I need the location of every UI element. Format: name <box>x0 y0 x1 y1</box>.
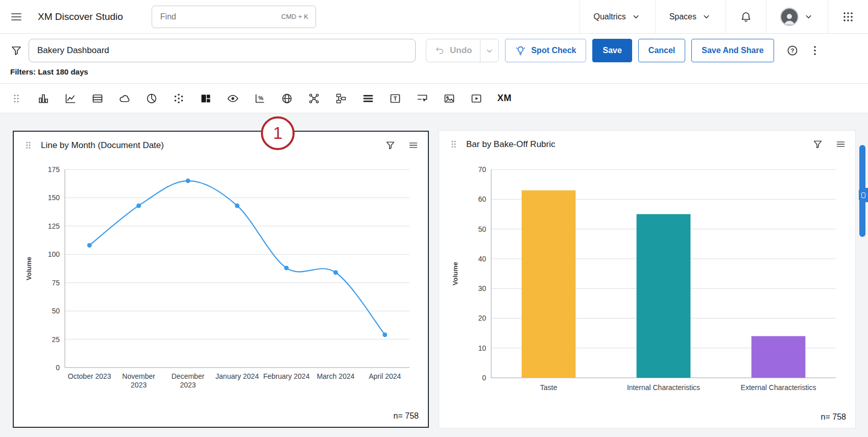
hamburger-menu-icon[interactable] <box>10 11 22 23</box>
svg-text:25: 25 <box>52 335 60 343</box>
spaces-menu[interactable]: Spaces <box>655 0 726 33</box>
svg-text:60: 60 <box>478 195 486 203</box>
scatter-widget-icon[interactable] <box>173 92 185 105</box>
svg-text:October 2023: October 2023 <box>68 372 111 380</box>
bar-chart-area: 010203040506070VolumeTasteInternal Chara… <box>439 151 855 412</box>
svg-text:November2023: November2023 <box>122 372 155 389</box>
hierarchy-widget-icon[interactable] <box>335 92 347 105</box>
metric-widget-icon[interactable]: % <box>254 92 266 105</box>
svg-text:30: 30 <box>478 284 486 293</box>
svg-text:Volume: Volume <box>451 262 459 285</box>
widget-filter-icon[interactable] <box>385 140 396 151</box>
xm-widget-icon[interactable]: XM <box>497 93 512 104</box>
spot-check-label: Spot Check <box>531 46 576 55</box>
widget-toolbar: % T XM <box>0 84 868 113</box>
video-widget-icon[interactable] <box>470 92 483 105</box>
heatmap-widget-icon[interactable] <box>200 92 212 105</box>
kebab-menu-icon[interactable] <box>809 44 821 57</box>
qualtrics-menu-label: Qualtrics <box>594 12 626 21</box>
svg-text:Internal Characteristics: Internal Characteristics <box>627 383 700 392</box>
spaces-menu-label: Spaces <box>669 12 696 21</box>
line-widget-icon[interactable] <box>64 92 77 105</box>
svg-text:20: 20 <box>478 314 486 322</box>
chevron-down-icon <box>631 11 641 22</box>
global-search[interactable]: CMD + K <box>152 6 316 28</box>
notifications-button[interactable] <box>726 0 766 33</box>
help-icon[interactable]: ? <box>786 44 799 57</box>
svg-text:10: 10 <box>478 344 486 352</box>
svg-text:70: 70 <box>478 165 486 174</box>
undo-icon <box>435 45 445 56</box>
svg-text:50: 50 <box>52 307 60 315</box>
save-button-label: Save <box>602 46 621 55</box>
bar-widget[interactable]: Bar by Bake-Off Rubric 010203040506070Vo… <box>439 131 855 428</box>
bar-widget-icon[interactable] <box>37 92 50 105</box>
table-widget-icon[interactable] <box>91 92 104 105</box>
svg-text:External Characteristics: External Characteristics <box>741 383 816 392</box>
app-switcher-button[interactable] <box>828 0 868 33</box>
svg-text:?: ? <box>790 47 794 54</box>
undo-history-dropdown[interactable] <box>480 39 498 62</box>
network-widget-icon[interactable] <box>308 92 320 105</box>
svg-text:175: 175 <box>48 165 60 174</box>
spot-check-button[interactable]: Spot Check <box>505 39 586 62</box>
sample-size-label: n= 758 <box>439 412 855 428</box>
widget-menu-icon[interactable] <box>835 139 846 150</box>
widget-drag-handle-icon[interactable] <box>23 140 34 151</box>
search-shortcut-hint: CMD + K <box>281 13 308 20</box>
bar-chart-svg: 010203040506070VolumeTasteInternal Chara… <box>449 159 845 404</box>
scrollbar-tab[interactable] <box>859 188 868 202</box>
svg-text:April 2024: April 2024 <box>369 372 401 380</box>
widget-filter-icon[interactable] <box>812 139 823 150</box>
widget-menu-icon[interactable] <box>408 140 419 151</box>
svg-text:100: 100 <box>48 250 60 258</box>
cancel-button[interactable]: Cancel <box>638 39 685 62</box>
line-widget[interactable]: Line by Month (Document Date) 0255075100… <box>13 131 429 428</box>
person-icon <box>782 12 797 25</box>
search-input[interactable] <box>159 12 281 22</box>
preview-eye-widget-icon[interactable] <box>227 92 239 105</box>
lightbulb-icon <box>515 45 526 56</box>
svg-text:February 2024: February 2024 <box>263 372 309 380</box>
widget-title: Bar by Bake-Off Rubric <box>466 139 555 150</box>
svg-text:0: 0 <box>56 363 60 372</box>
chevron-down-icon <box>484 45 495 56</box>
undo-button[interactable]: Undo <box>426 39 480 62</box>
svg-text:Taste: Taste <box>540 383 558 392</box>
svg-text:Volume: Volume <box>25 257 33 280</box>
svg-text:0: 0 <box>482 374 486 382</box>
image-widget-icon[interactable] <box>443 92 455 105</box>
widget-actions <box>812 139 846 150</box>
chevron-down-icon <box>803 11 814 22</box>
cloud-widget-icon[interactable] <box>118 92 131 105</box>
header-right-group: Qualtrics Spaces <box>580 0 868 33</box>
save-and-share-label: Save And Share <box>702 46 763 55</box>
app-title: XM Discover Studio <box>38 11 123 22</box>
dashboard-canvas: Line by Month (Document Date) 0255075100… <box>0 113 868 428</box>
dashboard-title-input[interactable] <box>29 39 416 62</box>
selector-widget-icon[interactable] <box>416 92 428 105</box>
widget-drag-handle-icon[interactable] <box>448 139 459 150</box>
top-header: XM Discover Studio CMD + K Qualtrics Spa… <box>0 0 868 34</box>
widget-title: Line by Month (Document Date) <box>41 140 164 151</box>
waffle-grid-icon <box>842 11 854 23</box>
queue-widget-icon[interactable] <box>362 92 374 105</box>
toolbar-tail-icons: ? <box>786 44 821 57</box>
text-widget-icon[interactable]: T <box>389 92 401 105</box>
save-button[interactable]: Save <box>592 39 632 62</box>
undo-button-label: Undo <box>450 45 472 56</box>
svg-text:December2023: December2023 <box>172 372 205 389</box>
svg-text:40: 40 <box>478 254 486 262</box>
toolbar-drag-handle-icon[interactable] <box>10 92 22 105</box>
save-and-share-button[interactable]: Save And Share <box>691 39 774 62</box>
map-widget-icon[interactable] <box>281 92 293 105</box>
svg-text:T: T <box>394 95 397 102</box>
qualtrics-menu[interactable]: Qualtrics <box>580 0 655 33</box>
avatar <box>780 8 799 26</box>
line-widget-header: Line by Month (Document Date) <box>14 132 428 152</box>
bar-widget-header: Bar by Bake-Off Rubric <box>439 131 855 151</box>
account-menu[interactable] <box>766 0 828 33</box>
filters-summary[interactable]: Filters: Last 180 days <box>0 66 868 84</box>
filter-icon[interactable] <box>10 44 22 57</box>
pie-widget-icon[interactable] <box>146 92 158 105</box>
